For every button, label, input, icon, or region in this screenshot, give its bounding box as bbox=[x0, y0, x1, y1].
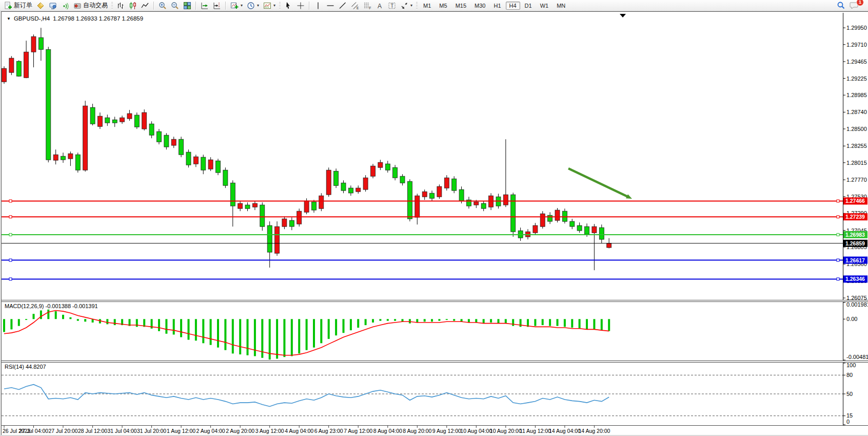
zoom-out-icon bbox=[171, 2, 179, 10]
timeframe-h1[interactable]: H1 bbox=[490, 2, 504, 10]
strategy-tester-button[interactable] bbox=[47, 0, 59, 11]
price-plot[interactable]: ▼ GBPUSD-,H4 1.26798 1.26933 1.26787 1.2… bbox=[2, 13, 843, 300]
new-order-icon bbox=[4, 2, 12, 10]
candlestick-canvas[interactable] bbox=[2, 13, 843, 300]
time-tick-label: 2 Aug 20:00 bbox=[226, 428, 254, 434]
auto-scroll-button[interactable] bbox=[199, 0, 211, 11]
bear-candle bbox=[230, 183, 235, 206]
macd-axis[interactable]: 0.0019810.00-0.00481 bbox=[843, 302, 868, 361]
rsi-panel: RSI(14) 44.8207 1008050150 bbox=[2, 363, 868, 425]
bear-candle bbox=[548, 215, 553, 221]
trend-arrow-object[interactable] bbox=[568, 168, 632, 199]
timeframe-h4[interactable]: H4 bbox=[506, 2, 520, 10]
bar-chart-button[interactable] bbox=[114, 0, 127, 11]
arrows-tool-button[interactable]: ▾ bbox=[398, 0, 415, 11]
line-anchor-handle[interactable] bbox=[9, 200, 12, 202]
time-tick-label: 14 Aug 04:00 bbox=[549, 428, 581, 434]
line-chart-button[interactable] bbox=[139, 0, 151, 11]
line-anchor-handle[interactable] bbox=[9, 233, 12, 236]
bull-candle bbox=[24, 52, 29, 78]
scroll-end-marker-icon[interactable] bbox=[620, 14, 626, 17]
line-anchor-handle[interactable] bbox=[837, 200, 839, 202]
line-anchor-handle[interactable] bbox=[837, 278, 839, 280]
horizontal-line-object[interactable] bbox=[2, 259, 843, 261]
vertical-line-tool-button[interactable] bbox=[312, 0, 324, 11]
time-tick-label: 8 Aug 20:00 bbox=[403, 428, 431, 434]
horizontal-line-icon bbox=[326, 2, 334, 10]
timeframe-mn[interactable]: MN bbox=[553, 2, 569, 10]
price-tick-label: 1.28985 bbox=[846, 92, 867, 98]
macd-plot[interactable]: MACD(12,26,9) -0.001388 -0.001391 bbox=[2, 302, 843, 361]
timeframe-d1[interactable]: D1 bbox=[521, 2, 536, 10]
bear-candle bbox=[179, 139, 184, 155]
line-anchor-handle[interactable] bbox=[837, 216, 839, 218]
templates-button[interactable]: ▾ bbox=[261, 0, 278, 11]
horizontal-line-object[interactable] bbox=[2, 278, 843, 280]
time-tick-label: 3 Aug 12:00 bbox=[255, 428, 284, 434]
fibonacci-icon: F bbox=[363, 2, 371, 10]
line-anchor-handle[interactable] bbox=[9, 259, 12, 261]
horizontal-line-object[interactable] bbox=[2, 233, 843, 236]
candlestick-chart-button[interactable] bbox=[127, 0, 139, 11]
bull-candle bbox=[540, 214, 545, 226]
crosshair-tool-button[interactable] bbox=[294, 0, 307, 11]
bear-candle bbox=[75, 155, 80, 170]
chart-shift-button[interactable] bbox=[211, 0, 223, 11]
macd-canvas[interactable] bbox=[2, 302, 843, 361]
price-tick-label: 1.28255 bbox=[846, 143, 867, 149]
bull-candle bbox=[31, 36, 36, 52]
cursor-tool-button[interactable] bbox=[282, 0, 294, 11]
rsi-axis[interactable]: 1008050150 bbox=[843, 363, 868, 425]
periods-icon bbox=[247, 2, 255, 10]
periods-button[interactable]: ▾ bbox=[245, 0, 261, 11]
chat-button[interactable]: 1 bbox=[847, 0, 861, 11]
price-tick-label: 1.29950 bbox=[846, 25, 867, 31]
signals-button[interactable] bbox=[59, 0, 71, 11]
line-anchor-handle[interactable] bbox=[9, 216, 12, 218]
market-depth-button[interactable] bbox=[34, 0, 47, 11]
line-anchor-handle[interactable] bbox=[837, 259, 839, 261]
price-axis[interactable]: 1.299501.297101.294651.292251.289851.287… bbox=[843, 13, 868, 300]
trendline-icon bbox=[339, 2, 347, 10]
equidistant-channel-icon: E bbox=[351, 2, 359, 10]
bull-candle bbox=[363, 178, 368, 189]
text-label-tool-button[interactable]: T bbox=[386, 0, 398, 11]
indicators-button[interactable]: ▾ bbox=[228, 0, 245, 11]
new-order-button[interactable]: 新订单 bbox=[2, 0, 34, 11]
svg-text:F: F bbox=[369, 6, 371, 10]
bear-candle bbox=[585, 226, 589, 234]
bear-candle bbox=[38, 37, 43, 49]
svg-text:1.26346: 1.26346 bbox=[845, 276, 865, 282]
text-tool-button[interactable]: A bbox=[373, 0, 386, 11]
bear-candle bbox=[46, 49, 51, 160]
bull-candle bbox=[326, 170, 331, 195]
horizontal-line-object[interactable] bbox=[2, 216, 843, 218]
bull-candle bbox=[193, 157, 198, 164]
fibonacci-tool-button[interactable]: F bbox=[361, 0, 373, 11]
search-button[interactable] bbox=[835, 0, 847, 11]
line-anchor-handle[interactable] bbox=[837, 233, 839, 236]
time-axis[interactable]: 26 Jul 202327 Jul 04:0027 Jul 20:0028 Ju… bbox=[2, 425, 868, 435]
timeframe-w1[interactable]: W1 bbox=[537, 2, 553, 10]
macd-histogram bbox=[3, 310, 610, 359]
tile-windows-button[interactable] bbox=[181, 0, 193, 11]
horizontal-line-object[interactable] bbox=[2, 200, 843, 202]
zoom-in-button[interactable] bbox=[156, 0, 169, 11]
line-anchor-handle[interactable] bbox=[9, 278, 12, 280]
channel-tool-button[interactable]: E bbox=[349, 0, 361, 11]
zoom-out-button[interactable] bbox=[169, 0, 181, 11]
timeframe-m30[interactable]: M30 bbox=[471, 2, 489, 10]
bull-candle bbox=[592, 226, 597, 233]
timeframe-m1[interactable]: M1 bbox=[420, 2, 435, 10]
rsi-plot[interactable]: RSI(14) 44.8207 bbox=[2, 363, 843, 425]
chart-menu-icon[interactable]: ▼ bbox=[7, 16, 11, 21]
bear-candle bbox=[459, 189, 464, 201]
trendline-tool-button[interactable] bbox=[337, 0, 349, 11]
horizontal-line-tool-button[interactable] bbox=[324, 0, 337, 11]
timeframe-m5[interactable]: M5 bbox=[436, 2, 450, 10]
auto-trading-button[interactable]: 自动交易 bbox=[71, 0, 110, 11]
toolbar-grip bbox=[111, 2, 113, 9]
timeframe-m15[interactable]: M15 bbox=[452, 2, 470, 10]
rsi-canvas[interactable] bbox=[2, 363, 843, 425]
time-tick-label: 14 Aug 20:00 bbox=[578, 428, 610, 434]
